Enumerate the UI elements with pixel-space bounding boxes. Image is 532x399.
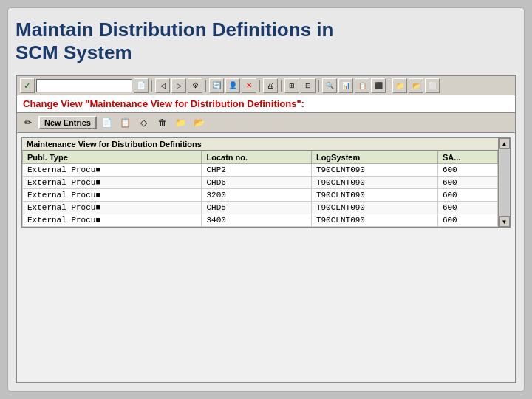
- icon-a3[interactable]: 📋: [355, 78, 369, 93]
- cell-locatn: CHD6: [202, 177, 311, 189]
- icon-b1[interactable]: 📁: [392, 78, 407, 93]
- second-toolbar: ✏ New Entries 📄 📋 ◇ 🗑 📁 📂: [17, 113, 515, 133]
- print-icon[interactable]: 🖨: [263, 78, 278, 93]
- separator-2: [205, 80, 206, 92]
- separator-6: [389, 80, 389, 92]
- table-row[interactable]: External Procu■ CHD6 T90CLNT090 600: [23, 177, 498, 189]
- check-icon[interactable]: ✓: [20, 78, 35, 93]
- content-area: Maintenance View for Distribution Defini…: [17, 133, 515, 382]
- cell-publ-type: External Procu■: [23, 214, 202, 227]
- stop-icon[interactable]: ✕: [242, 78, 256, 93]
- col-header-locatn: Locatn no.: [202, 151, 311, 164]
- sap-window: ✓ 📄 ◁ ▷ ⚙ 🔄 👤 ✕ 🖨 ⊞ ⊟ 🔍 📊: [16, 75, 516, 383]
- scroll-up-btn[interactable]: ▲: [499, 138, 510, 149]
- icon-a4[interactable]: ⬛: [371, 78, 386, 93]
- nav-next-icon[interactable]: ▷: [171, 78, 186, 93]
- col-header-sa: SA...: [437, 151, 497, 164]
- data-table: Publ. Type Locatn no. LogSystem SA... Ex…: [22, 151, 498, 227]
- user-icon[interactable]: 👤: [225, 78, 240, 93]
- cell-publ-type: External Procu■: [23, 202, 202, 214]
- cell-locatn: CHP2: [202, 164, 311, 177]
- change-view-header: Change View "Maintenance View for Distri…: [17, 95, 515, 113]
- scrollbar: ▲ ▼: [498, 138, 510, 227]
- table-title: Maintenance View for Distribution Defini…: [22, 138, 498, 151]
- table-row[interactable]: External Procu■ CHD5 T90CLNT090 600: [23, 202, 498, 214]
- icon-b2[interactable]: 📂: [409, 78, 423, 93]
- col-header-publ-type: Publ. Type: [23, 151, 202, 164]
- cell-logsystem: T90CLNT090: [311, 214, 437, 227]
- cell-locatn: 3200: [202, 189, 311, 202]
- scroll-down-btn[interactable]: ▼: [499, 216, 510, 227]
- icon-b3[interactable]: ⬜: [425, 78, 440, 93]
- icon-a2[interactable]: 📊: [338, 78, 353, 93]
- col-icon-1[interactable]: ⊞: [284, 78, 299, 93]
- cell-locatn: CHD5: [202, 202, 311, 214]
- cell-publ-type: External Procu■: [23, 177, 202, 189]
- copy-icon[interactable]: 📋: [117, 115, 134, 131]
- select-icon[interactable]: 📂: [191, 115, 208, 131]
- separator-3: [259, 80, 260, 92]
- col-header-logsystem: LogSystem: [311, 151, 437, 164]
- table-row[interactable]: External Procu■ 3200 T90CLNT090 600: [23, 189, 498, 202]
- refresh-icon[interactable]: 🔄: [209, 78, 224, 93]
- command-field[interactable]: [36, 79, 132, 92]
- cell-sa: 600: [437, 177, 497, 189]
- cell-sa: 600: [437, 164, 497, 177]
- cell-locatn: 3400: [202, 214, 311, 227]
- move-icon[interactable]: ◇: [136, 115, 152, 131]
- separator-4: [281, 80, 282, 92]
- new-entries-button[interactable]: New Entries: [38, 116, 97, 129]
- cell-logsystem: T90CLNT090: [311, 189, 437, 202]
- col-icon-2[interactable]: ⊟: [301, 78, 316, 93]
- table-container: Maintenance View for Distribution Defini…: [21, 137, 511, 228]
- cell-sa: 600: [437, 189, 497, 202]
- cell-sa: 600: [437, 214, 497, 227]
- settings-icon[interactable]: ⚙: [188, 78, 202, 93]
- separator-5: [318, 80, 319, 92]
- cell-logsystem: T90CLNT090: [311, 164, 437, 177]
- edit-icon[interactable]: ✏: [20, 115, 36, 131]
- main-toolbar: ✓ 📄 ◁ ▷ ⚙ 🔄 👤 ✕ 🖨 ⊞ ⊟ 🔍 📊: [17, 76, 515, 95]
- separator-1: [151, 80, 152, 92]
- cell-logsystem: T90CLNT090: [311, 177, 437, 189]
- table-row[interactable]: External Procu■ 3400 T90CLNT090 600: [23, 214, 498, 227]
- cell-logsystem: T90CLNT090: [311, 202, 437, 214]
- cell-publ-type: External Procu■: [23, 189, 202, 202]
- page-icon[interactable]: 📄: [134, 78, 149, 93]
- nav-prev-icon[interactable]: ◁: [155, 78, 170, 93]
- folder-icon[interactable]: 📁: [173, 115, 189, 131]
- cell-publ-type: External Procu■: [23, 164, 202, 177]
- delete-icon[interactable]: 🗑: [154, 115, 171, 131]
- detail-icon[interactable]: 📄: [99, 115, 115, 131]
- icon-a1[interactable]: 🔍: [322, 78, 337, 93]
- table-row[interactable]: External Procu■ CHP2 T90CLNT090 600: [23, 164, 498, 177]
- slide-container: Maintain Distribution Definitions in SCM…: [7, 7, 525, 392]
- slide-title: Maintain Distribution Definitions in SCM…: [16, 16, 516, 67]
- cell-sa: 600: [437, 202, 497, 214]
